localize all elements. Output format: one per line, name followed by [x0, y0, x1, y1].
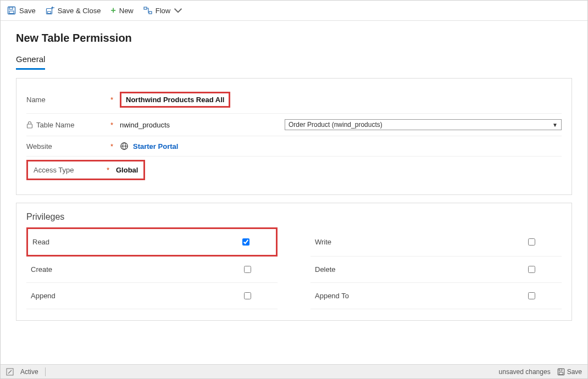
plus-icon: +	[110, 5, 115, 15]
svg-rect-14	[559, 369, 562, 371]
read-checkbox[interactable]	[242, 238, 249, 246]
required-asterisk: *	[110, 142, 113, 151]
name-label: Name	[26, 96, 46, 104]
spacer	[16, 321, 572, 364]
required-asterisk: *	[110, 121, 113, 129]
flow-label: Flow	[156, 7, 170, 15]
save-button[interactable]: Save	[7, 6, 36, 15]
delete-checkbox[interactable]	[528, 266, 535, 273]
privilege-append-to: Append To	[310, 283, 562, 309]
svg-rect-2	[9, 11, 14, 14]
table-select-display: Order Product (nwind_products)	[289, 121, 382, 129]
append-to-label: Append To	[315, 292, 526, 300]
website-link-text: Starter Portal	[133, 142, 178, 151]
save-close-label: Save & Close	[58, 7, 101, 15]
access-type-label: Access Type	[34, 166, 74, 174]
field-table-name: Table Name * nwind_products Order Produc…	[26, 114, 562, 136]
save-icon	[557, 368, 565, 376]
append-label: Append	[31, 292, 242, 300]
save-label: Save	[19, 7, 36, 15]
save-close-icon	[46, 6, 54, 15]
create-label: Create	[31, 265, 242, 274]
append-to-checkbox[interactable]	[528, 292, 535, 299]
statusbar-save-button[interactable]: Save	[557, 368, 582, 376]
field-name: Name * Northwind Products Read All	[26, 86, 562, 114]
command-bar: Save Save & Close + New Flow	[1, 1, 587, 21]
tab-general[interactable]: General	[16, 52, 45, 70]
record-status: Active	[20, 368, 38, 376]
status-bar: Active unsaved changes Save	[1, 364, 587, 378]
new-button[interactable]: + New	[110, 5, 133, 15]
website-value[interactable]: Starter Portal	[120, 142, 178, 151]
table-name-select[interactable]: Order Product (nwind_products) ▼	[285, 119, 562, 130]
tab-bar: General	[16, 52, 572, 70]
access-type-highlight: Access Type * Global	[26, 160, 145, 180]
privilege-create: Create	[26, 257, 278, 283]
general-section: Name * Northwind Products Read All	[16, 78, 572, 195]
app-frame: Save Save & Close + New Flow New Table P…	[0, 0, 588, 379]
svg-rect-4	[47, 12, 51, 14]
content-area: New Table Permission General Name * Nort…	[1, 21, 587, 364]
required-asterisk: *	[110, 96, 113, 104]
privilege-delete: Delete	[310, 257, 562, 283]
edit-status-icon[interactable]	[6, 368, 14, 376]
statusbar-divider	[45, 367, 46, 376]
privileges-grid: Read Write Create Delete	[26, 227, 562, 309]
new-label: New	[119, 7, 134, 15]
unsaved-changes-text: unsaved changes	[499, 368, 551, 376]
svg-rect-8	[27, 124, 32, 128]
chevron-down-icon	[174, 6, 182, 15]
delete-label: Delete	[315, 265, 526, 274]
append-checkbox[interactable]	[244, 292, 251, 299]
flow-icon	[143, 6, 152, 15]
save-and-close-button[interactable]: Save & Close	[46, 6, 101, 15]
access-type-value[interactable]: Global	[116, 166, 138, 174]
page-title: New Table Permission	[16, 32, 572, 44]
flow-button[interactable]: Flow	[143, 6, 182, 15]
website-label: Website	[26, 142, 52, 151]
privilege-write: Write	[310, 227, 562, 257]
field-access-type: Access Type * Global	[26, 157, 562, 183]
scroll-area[interactable]: New Table Permission General Name * Nort…	[1, 21, 587, 364]
privileges-section: Privileges Read Write Create	[16, 203, 572, 321]
svg-rect-6	[144, 7, 147, 9]
table-name-value: nwind_products	[120, 121, 170, 129]
lock-icon	[26, 121, 33, 129]
privilege-read: Read	[26, 227, 278, 257]
svg-rect-7	[149, 12, 152, 14]
globe-icon	[120, 142, 129, 151]
read-label: Read	[32, 238, 240, 246]
required-asterisk: *	[107, 166, 109, 174]
name-highlight: Northwind Products Read All	[120, 92, 230, 108]
write-checkbox[interactable]	[528, 238, 535, 246]
field-website: Website * Starter Portal	[26, 136, 562, 157]
create-checkbox[interactable]	[244, 266, 251, 273]
statusbar-save-label: Save	[567, 368, 582, 376]
write-label: Write	[315, 238, 526, 246]
svg-rect-13	[558, 369, 564, 375]
name-value[interactable]: Northwind Products Read All	[126, 96, 224, 104]
privileges-title: Privileges	[26, 212, 562, 222]
svg-rect-1	[9, 7, 13, 9]
table-name-label: Table Name	[36, 121, 74, 129]
caret-down-icon: ▼	[552, 122, 558, 128]
svg-rect-15	[559, 372, 563, 374]
save-icon	[7, 6, 16, 15]
privilege-append: Append	[26, 283, 278, 309]
